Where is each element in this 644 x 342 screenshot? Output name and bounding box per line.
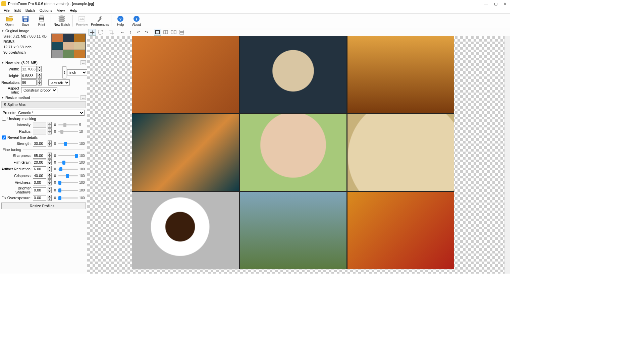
reveal-details-checkbox[interactable] [2,135,6,139]
ft-label: Artifact Reduction: [1,167,32,171]
ft-spinner[interactable]: ▲▼ [48,159,52,165]
algorithm-selector[interactable]: S-Spline Max [1,101,86,108]
ft-spinner[interactable]: ▲▼ [48,179,52,185]
res-unit-select[interactable]: pixels/inch [48,79,70,86]
ft-slider[interactable] [58,167,78,171]
ft-spinner[interactable]: ▲▼ [48,187,52,193]
ft-spinner[interactable]: ▲▼ [48,195,52,201]
height-spinner[interactable]: ▲▼ [38,73,42,79]
close-button[interactable]: ✕ [503,2,506,6]
original-image-header[interactable]: Original Image [0,28,87,34]
strength-input[interactable] [33,141,46,147]
new-batch-button[interactable]: New Batch [52,14,71,28]
app-icon [1,1,6,6]
ft-slider[interactable] [58,188,78,192]
menu-edit[interactable]: Edit [12,8,23,13]
ft-label: Crispness: [1,174,32,178]
view-split-v-button[interactable] [162,29,169,36]
preview-canvas[interactable] [87,36,510,274]
rotate-cw-button[interactable]: ↷ [143,29,150,36]
link-dims-icon[interactable]: ⇕ [62,66,66,78]
svg-rect-20 [174,31,176,34]
ft-slider[interactable] [58,153,78,158]
presets-select[interactable]: Generic * [16,110,85,116]
unsharp-masking-checkbox[interactable] [2,117,6,121]
view-side-by-side-button[interactable] [170,29,177,36]
open-button[interactable]: Open [1,14,17,28]
intensity-spinner: ▲▼ [48,122,52,128]
ft-slider[interactable] [58,173,78,178]
intensity-slider [58,122,78,127]
toolbar-separator [51,15,51,26]
intensity-label: Intensity: [1,123,32,127]
ft-input[interactable] [33,180,46,185]
ft-input[interactable] [33,153,46,159]
marquee-tool-button[interactable] [97,29,104,36]
svg-point-8 [59,20,65,22]
view-stacked-button[interactable] [178,29,185,36]
resize-profiles-button[interactable]: Resize Profiles... [1,203,86,209]
save-button[interactable]: Save [17,14,34,28]
width-spinner[interactable]: ▲▼ [38,66,42,72]
main-preview: ↔ ↕ ↶ ↷ [87,28,510,274]
ft-input[interactable] [33,195,46,201]
svg-rect-4 [40,16,43,18]
menu-batch[interactable]: Batch [23,8,37,13]
svg-rect-2 [24,19,27,21]
pan-tool-button[interactable] [89,29,96,36]
new-size-more-button[interactable]: … [80,60,86,65]
ft-label: Brighten Shadows: [1,186,32,194]
menu-help[interactable]: Help [67,8,79,13]
menu-file[interactable]: File [1,8,12,13]
ft-input[interactable] [33,187,46,193]
help-button[interactable]: ? Help [112,14,128,28]
vertical-scrollbar[interactable] [504,36,510,274]
menu-view[interactable]: View [55,8,67,13]
floppy-icon [22,15,29,22]
ft-input[interactable] [33,166,46,172]
thumbnail-navigator[interactable] [51,34,86,58]
window-title: PhotoZoom Pro 8.0.6 (demo version) - [ex… [8,2,484,6]
ft-slider[interactable] [58,160,78,165]
strength-spinner[interactable]: ▲▼ [48,140,52,147]
ft-slider[interactable] [58,180,78,185]
presets-label: Presets: [1,111,15,115]
about-button[interactable]: i About [128,14,145,28]
height-label: Height: [1,74,20,78]
ft-spinner[interactable]: ▲▼ [48,153,52,159]
original-dims: 12.71 x 9.58 inch [1,44,51,50]
height-input[interactable] [21,73,37,79]
reveal-details-label[interactable]: Reveal fine details [7,135,38,139]
ft-label: Film Grain: [1,160,32,164]
width-input[interactable] [21,66,37,72]
preferences-button[interactable]: Preferences [90,14,110,28]
new-size-header[interactable]: New size (3.21 MB) … [0,60,87,66]
titlebar: PhotoZoom Pro 8.0.6 (demo version) - [ex… [0,0,510,7]
ft-input[interactable] [33,160,46,165]
print-button[interactable]: Print [34,14,50,28]
dim-unit-select[interactable]: inch [67,69,87,75]
resolution-spinner[interactable]: ▲▼ [38,79,42,86]
view-single-button[interactable] [154,29,161,36]
aspect-select[interactable]: Constrain proportions [21,87,57,93]
ft-input[interactable] [33,173,46,179]
minimize-button[interactable]: — [484,2,488,6]
ft-spinner[interactable]: ▲▼ [48,166,52,172]
svg-rect-5 [40,19,43,22]
menu-options[interactable]: Options [37,8,55,13]
resize-method-header[interactable]: Resize method … [0,95,87,101]
svg-rect-19 [171,31,173,34]
resolution-input[interactable] [21,79,37,86]
ft-slider[interactable] [58,195,78,200]
resize-method-more-button[interactable]: … [80,95,86,100]
flip-horizontal-button[interactable]: ↔ [119,29,126,36]
maximize-button[interactable]: ▢ [494,2,497,6]
sidebar: Original Image Size: 3.21 MB / 863.11 KB… [0,28,87,274]
flip-vertical-button[interactable]: ↕ [127,29,134,36]
strength-slider[interactable] [58,141,78,146]
unsharp-masking-label[interactable]: Unsharp masking [7,117,36,121]
rotate-ccw-button[interactable]: ↶ [135,29,142,36]
svg-rect-16 [156,31,160,34]
original-size: Size: 3.21 MB / 863.11 KB [1,34,51,39]
ft-spinner[interactable]: ▲▼ [48,173,52,179]
